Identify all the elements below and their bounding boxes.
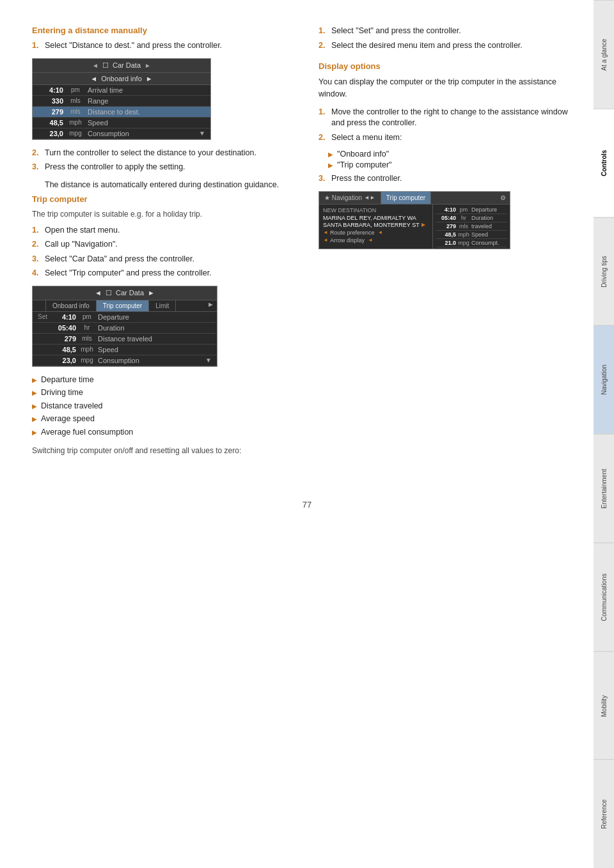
nav-tab-nav-arrows: ◄► [364,194,375,201]
trip-scroll-down-icon: ▼ [205,357,212,364]
nav-widget-left-panel: New destination MARINA DEL REY, ADMIRALT… [319,205,433,249]
display-step-text-3: Press the controller. [331,173,574,185]
tab-at-a-glance[interactable]: At a glance [594,0,614,109]
widget-row-speed: 48,5 mph Speed [33,118,210,128]
nav-consump-unit: mpg [457,240,470,246]
trip-consump-label: Consumption [98,357,139,364]
nav-arrow-label: Arrow display [330,237,365,244]
header-icon: ☐ [102,61,109,70]
tab-controls[interactable]: Controls [594,109,614,217]
display-step-num-3: 3. [319,173,331,185]
nav-consump-label: Consumpt. [471,240,500,246]
widget-row-range: 330 mls Range [33,96,210,107]
trip-step-text-3: Select "Car Data" and press the controll… [45,254,299,265]
bullet-arrow-3: ▶ [32,402,37,411]
bullet-arrow-1: ▶ [32,376,37,385]
bullet-text-4: Average speed [41,414,95,425]
trip-duration-val: 05:40 [52,324,76,332]
nav-dest-line-2: SANTA BARBARA, MONTERREY ST ▶ [323,222,429,228]
distance-step-1: 1. Select "Distance to dest." and press … [32,40,299,52]
trip-step-text-4: Select "Trip computer" and press the con… [45,268,299,279]
display-steps-list: 1. Move the controller to the right to c… [319,107,574,144]
main-content: Entering a distance manually 1. Select "… [0,0,594,487]
widget-row-arrival: 4:10 pm Arrival time [33,85,210,96]
display-step-1: 1. Move the controller to the right to c… [319,107,574,129]
step-text-3: Press the controller to apply the settin… [45,162,299,173]
trip-dist-label: Distance traveled [98,335,152,343]
nav-arrow-right-arrow: ◄ [368,237,373,243]
tab-driving-tips[interactable]: Driving tips [594,217,614,326]
trip-widget-tabs: Onboard info Trip computer Limit ► [33,300,217,312]
nav-settings-arrow: ⚙ [500,194,506,201]
nav-widget-body: New destination MARINA DEL REY, ADMIRALT… [319,205,510,249]
trip-header-right-arrow: ► [148,289,155,297]
nav-arrow-icon: ◄ [323,237,328,243]
nav-dest-line-1: MARINA DEL REY, ADMIRALTY WA [323,215,429,221]
tab-communications[interactable]: Communications [594,543,614,651]
speed-val: 48,5 [38,119,63,127]
section-heading-distance: Entering a distance manually [32,26,299,35]
nav-duration-unit: hr [457,215,470,221]
nav-consump-val: 21.0 [437,240,456,246]
trip-tab-onboard: Onboard info [46,300,97,311]
trip-consump-val: 23,0 [52,357,76,364]
step-num-3: 3. [32,162,45,173]
nav-menu-arrow: ◄ Arrow display ◄ [323,236,429,244]
tab-navigation[interactable]: Navigation [594,325,614,434]
display-step-num-2: 2. [319,132,331,144]
nav-traveled-unit: mls [457,223,470,229]
trip-dist-unit: mls [78,335,96,342]
car-data-widget-1: ◄ ☐ Car Data ► ◄ Onboard info ► 4:10 pm … [32,58,211,140]
trip-departure-unit: pm [78,313,96,320]
bullet-arrow-4: ▶ [32,415,37,424]
trip-step-num-3: 3. [32,254,45,265]
trip-departure-val: 4:10 [52,313,76,321]
header-title: Car Data [113,61,141,69]
nav-dest-expand-icon: ▶ [421,222,425,228]
nav-route-arrow: ◄ [323,229,328,235]
arrival-unit: pm [66,86,85,93]
trip-consump-unit: mpg [78,357,96,364]
tab-entertainment[interactable]: Entertainment [594,434,614,543]
step-text-2: Turn the controller to select the distan… [45,148,299,159]
widget-header-1: ◄ ☐ Car Data ► [33,59,210,73]
trip-intro: The trip computer is suitable e.g. for a… [32,209,299,220]
trip-header-title: Car Data [116,289,144,297]
trip-step-2: 2. Call up "Navigation". [32,239,299,251]
nav-duration-label: Duration [471,215,493,221]
distance-unit: mls [66,108,85,115]
speed-unit: mph [66,119,85,126]
nav-depart-unit: pm [457,206,470,213]
display-step-3: 3. Press the controller. [319,173,574,185]
display-step-text-2: Select a menu item: [331,132,574,144]
trip-step-num-2: 2. [32,239,45,251]
nav-route-label: Route preference [330,229,375,236]
trip-speed-label: Speed [98,346,118,353]
nav-traveled-label: traveled [471,223,492,229]
trip-tab-set [33,300,46,311]
display-options-intro: You can display the computer or the trip… [319,76,574,100]
distance-steps-list: 1. Select "Distance to dest." and press … [32,40,299,52]
left-column: Entering a distance manually 1. Select "… [32,26,299,461]
distance-step-2: 2. Turn the controller to select the dis… [32,148,299,159]
trip-duration-unit: hr [78,324,96,331]
step-num-2: 2. [32,148,45,159]
arrival-val: 4:10 [38,86,63,94]
bullet-avg-speed: ▶ Average speed [32,414,299,425]
right-tab-bar: At a glance Controls Driving tips Naviga… [594,0,614,868]
tab-reference[interactable]: Reference [594,759,614,868]
trip-tab-computer: Trip computer [97,300,149,311]
trip-duration-label: Duration [98,324,125,332]
trip-step-1: 1. Open the start menu. [32,225,299,236]
bullet-distance-traveled: ▶ Distance traveled [32,401,299,412]
sub-header-right-arrow: ► [146,75,153,82]
right-step-1: 1. Select "Set" and press the controller… [319,26,574,37]
bullet-arrow-2: ▶ [32,389,37,398]
distance-steps-2: 2. Turn the controller to select the dis… [32,148,299,173]
range-label: Range [88,97,108,105]
nav-data-consump: 21.0 mpg Consumpt. [436,239,507,247]
nav-dest-title: New destination [323,207,429,213]
nav-trip-widget: ★ Navigation ◄► Trip computer ⚙ New dest… [319,191,510,249]
page-number: 77 [0,500,614,509]
tab-mobility[interactable]: Mobility [594,651,614,760]
